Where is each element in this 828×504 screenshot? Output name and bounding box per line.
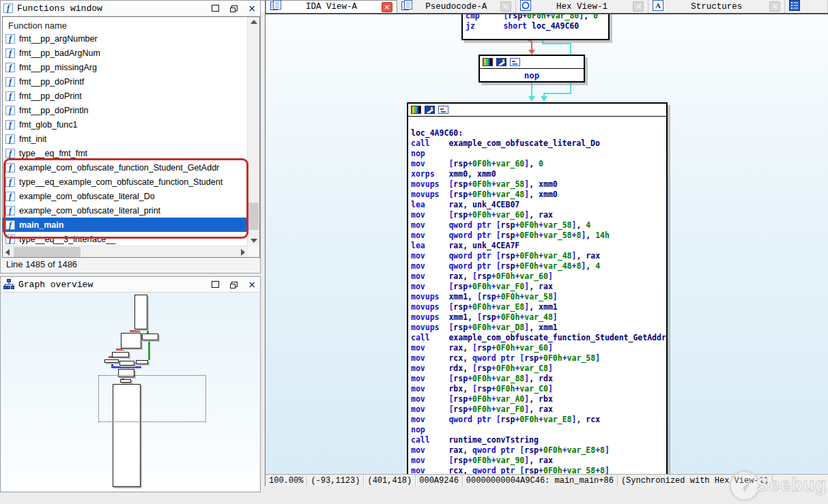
asm-line[interactable]: mov rcx, qword ptr [rsp+0F0h+var_58] — [411, 353, 666, 364]
tab-Pseudocode-A[interactable]: Pseudocode-A× — [397, 0, 516, 13]
minimap-node-1[interactable] — [121, 333, 141, 349]
minimap-node-3[interactable] — [112, 352, 129, 357]
close-icon[interactable]: × — [248, 5, 256, 12]
asm-line[interactable] — [411, 118, 666, 128]
asm-line[interactable]: movups xmm1, [rsp+0F0h+var_58] — [411, 292, 666, 302]
asm-line[interactable]: lea rax, unk_4CEA7F — [411, 241, 666, 251]
asm-line[interactable]: mov rax, [rsp+0F0h+var_60] — [411, 343, 666, 353]
asm-line[interactable]: mov qword ptr [rsp+0F0h+var_48], rax — [411, 251, 666, 261]
minimap-node-6[interactable] — [136, 360, 148, 364]
function-list-item-example_com_obfuscate_literal_print[interactable]: fexample_com_obfuscate_literal_print — [3, 203, 248, 218]
graph-view-canvas[interactable]: cmp [rsp+0F0h+var_80], 0jz short loc_4A9… — [266, 14, 828, 474]
asm-line[interactable]: movups [rsp+0F0h+var_E8], xmm1 — [411, 302, 666, 312]
minimap-node-4[interactable] — [104, 359, 119, 363]
function-list-item-fmt__pp_missingArg[interactable]: ffmt__pp_missingArg — [3, 60, 248, 74]
asm-line[interactable]: mov qword ptr [rsp+0F0h+var_58], 4 — [411, 220, 666, 231]
function-list-item-example_com_obfuscate_function_Student_GetAddr[interactable]: fexample_com_obfuscate_function_Student_… — [3, 160, 248, 175]
asm-line[interactable]: movups [rsp+0F0h+var_58], xmm0 — [411, 179, 666, 190]
asm-line[interactable]: mov rax, qword ptr [rsp+0F0h+var_E8+8] — [411, 445, 666, 456]
tab-IDA View-A[interactable]: IDA View-A× — [266, 0, 397, 13]
asm-line[interactable]: call example_com_obfuscate_function_Stud… — [411, 333, 666, 343]
asm-line[interactable]: mov [rsp+0F0h+var_90], rax — [411, 456, 666, 466]
tab-Structures[interactable]: AStructures× — [648, 0, 785, 13]
maximize-icon[interactable] — [212, 5, 219, 12]
graph-overview-titlebar[interactable]: Graph overview × — [1, 277, 260, 293]
function-list-item-main_main[interactable]: fmain_main — [3, 218, 248, 232]
function-list-item-fmt_init[interactable]: ffmt_init — [3, 132, 248, 146]
asm-line[interactable]: jz short loc_4A9C60 — [466, 21, 608, 31]
horizontal-scroll-thumb[interactable] — [14, 247, 81, 257]
asm-line[interactable]: mov qword ptr [rsp+0F0h+var_E8], rcx — [411, 415, 666, 425]
node-group-icon[interactable] — [438, 106, 448, 114]
asm-line[interactable]: mov rax, [rsp+0F0h+var_60] — [411, 271, 666, 282]
graph-node-cmp-jz[interactable]: cmp [rsp+0F0h+var_80], 0jz short loc_4A9… — [461, 14, 610, 40]
graph-overview-minimap[interactable] — [1, 293, 259, 491]
asm-line[interactable]: mov rdx, [rsp+0F0h+var_C8] — [411, 364, 666, 374]
asm-line[interactable]: mov [rsp+0F0h+var_A0], rbx — [411, 394, 666, 404]
tab-close-icon[interactable]: × — [382, 2, 392, 12]
tab-partial[interactable] — [785, 0, 828, 13]
minimap-node-2[interactable] — [142, 333, 158, 340]
asm-line[interactable]: nop — [411, 149, 666, 159]
minimap-node-5[interactable] — [119, 361, 134, 366]
function-f-icon: f — [5, 163, 15, 173]
asm-line[interactable]: mov rcx, qword ptr [rsp+0F0h+var_58+8] — [411, 466, 666, 474]
scroll-up-icon[interactable] — [251, 20, 257, 24]
asm-line[interactable]: mov [rsp+0F0h+var_60], 0 — [411, 159, 666, 169]
graph-node-nop[interactable]: nop — [479, 55, 585, 83]
asm-line[interactable]: movups xmm1, [rsp+0F0h+var_48] — [411, 312, 666, 323]
scroll-left-icon[interactable] — [5, 249, 10, 256]
tab-close-icon[interactable]: × — [769, 1, 780, 12]
asm-line[interactable]: movups [rsp+0F0h+var_D8], xmm1 — [411, 323, 666, 333]
function-f-icon: f — [5, 91, 15, 101]
graph-node-loc-4A9C60[interactable]: loc_4A9C60:call example_com_obfuscate_li… — [407, 102, 668, 474]
asm-line[interactable]: mov [rsp+0F0h+var_88], rdx — [411, 374, 666, 384]
minimap-node-0[interactable] — [134, 295, 147, 329]
asm-line[interactable]: loc_4A9C60: — [411, 128, 666, 138]
function-list-item-type__eq_fmt_fmt[interactable]: ftype__eq_fmt_fmt — [3, 146, 248, 160]
function-list-item-example_com_obfuscate_literal_Do[interactable]: fexample_com_obfuscate_literal_Do — [3, 189, 248, 203]
scroll-down-icon[interactable] — [251, 239, 257, 243]
node-color-icon[interactable] — [483, 58, 493, 66]
tab-Hex View-1[interactable]: Hex View-1× — [516, 0, 649, 13]
function-list-item-fmt__pp_doPrintf[interactable]: ffmt__pp_doPrintf — [3, 74, 248, 89]
function-list-item-fmt__pp_argNumber[interactable]: ffmt__pp_argNumber — [3, 31, 248, 46]
maximize-icon[interactable] — [212, 281, 219, 288]
tab-close-icon[interactable]: × — [633, 1, 644, 12]
function-list-item-type__eq_example_com_obfuscate_function_Student[interactable]: ftype__eq_example_com_obfuscate_function… — [3, 175, 248, 189]
asm-line[interactable]: cmp [rsp+0F0h+var_80], 0 — [466, 14, 608, 21]
asm-line[interactable]: lea rax, unk_4CEB07 — [411, 200, 666, 210]
node-group-icon[interactable] — [510, 58, 520, 66]
asm-line[interactable]: call runtime_convTstring — [411, 435, 666, 445]
asm-line[interactable]: mov [rsp+0F0h+var_F0], rax — [411, 404, 666, 415]
asm-line[interactable]: mov qword ptr [rsp+0F0h+var_48+8], 4 — [411, 261, 666, 271]
minimap-viewport-rect[interactable] — [98, 375, 206, 422]
restore-icon[interactable] — [230, 5, 237, 12]
functions-vertical-scrollbar[interactable] — [247, 17, 259, 246]
node-edit-icon[interactable] — [496, 58, 506, 66]
tab-close-icon[interactable]: × — [500, 1, 511, 12]
node-color-icon[interactable] — [411, 106, 421, 114]
asm-line[interactable]: movups [rsp+0F0h+var_48], xmm0 — [411, 190, 666, 200]
asm-line[interactable]: xorps xmm0, xmm0 — [411, 169, 666, 179]
function-list-item-type__eq__3_interface__[interactable]: ftype__eq__3_interface__ — [3, 232, 248, 246]
functions-window-titlebar[interactable]: f Functions window × — [1, 1, 260, 16]
scroll-right-icon[interactable] — [241, 249, 245, 256]
function-f-icon: f — [5, 235, 15, 244]
asm-line[interactable]: mov qword ptr [rsp+0F0h+var_58+8], 14h — [411, 231, 666, 241]
asm-line[interactable]: mov [rsp+0F0h+var_F0], rax — [411, 282, 666, 292]
vertical-scroll-thumb[interactable] — [248, 203, 259, 230]
function-list-item-fmt__pp_doPrintln[interactable]: ffmt__pp_doPrintln — [3, 103, 248, 117]
function-list-item-fmt__pp_doPrint[interactable]: ffmt__pp_doPrint — [3, 89, 248, 103]
function-list-item-fmt__pp_badArgNum[interactable]: ffmt__pp_badArgNum — [3, 46, 248, 60]
close-icon[interactable]: × — [248, 281, 256, 288]
asm-line[interactable]: call example_com_obfuscate_literal_Do — [411, 138, 666, 149]
functions-horizontal-scrollbar[interactable] — [3, 246, 248, 258]
restore-icon[interactable] — [230, 282, 237, 288]
asm-line[interactable]: mov [rsp+0F0h+var_60], rax — [411, 210, 666, 220]
asm-line[interactable]: mov rbx, [rsp+0F0h+var_C0] — [411, 384, 666, 394]
function-list-item-fmt_glob_func1[interactable]: ffmt_glob_func1 — [3, 117, 248, 132]
node-edit-icon[interactable] — [425, 106, 435, 114]
function-name-column-header[interactable]: Function name — [8, 20, 67, 31]
asm-line[interactable]: nop — [411, 425, 666, 435]
